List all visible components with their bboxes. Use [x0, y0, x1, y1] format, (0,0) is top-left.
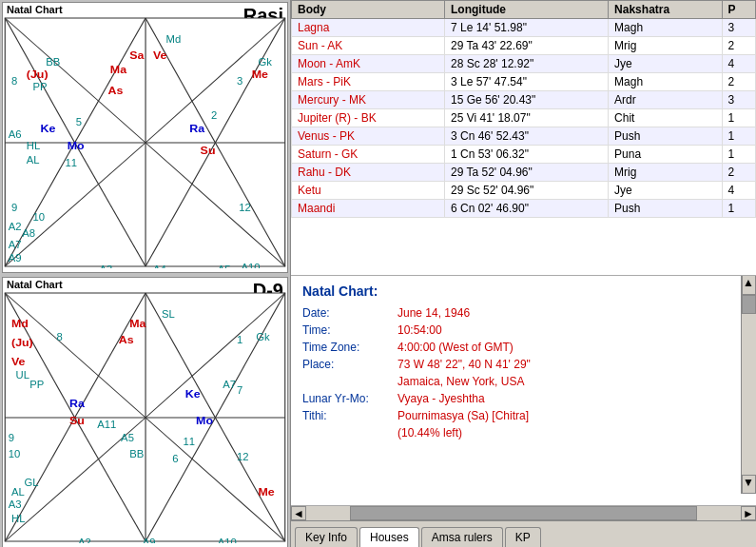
svg-text:Su: Su	[69, 415, 85, 426]
svg-text:Su: Su	[201, 145, 216, 156]
svg-text:Ke: Ke	[185, 388, 201, 400]
hscroll-thumb[interactable]	[350, 506, 698, 520]
tab-houses[interactable]: Houses	[359, 527, 419, 547]
chart2-svg: Ma SL 8 Md (Ju) Ve As Gk 1 Ra Su UL PP 9…	[3, 291, 287, 543]
scroll-left-btn[interactable]: ◄	[291, 506, 306, 520]
svg-text:BB: BB	[129, 449, 144, 459]
svg-text:3: 3	[237, 76, 242, 87]
tab-key-info[interactable]: Key Info	[295, 527, 358, 547]
svg-text:Ma: Ma	[110, 64, 127, 75]
svg-text:A10: A10	[241, 263, 260, 268]
cell-p: 4	[722, 182, 755, 200]
svg-text:Sa: Sa	[129, 49, 145, 61]
svg-text:12: 12	[239, 203, 251, 213]
svg-text:SL: SL	[162, 309, 175, 320]
col-body: Body	[292, 1, 445, 19]
svg-text:8: 8	[56, 332, 62, 342]
cell-longitude: 29 Sc 52' 04.96"	[445, 182, 609, 200]
svg-text:10: 10	[33, 212, 46, 223]
cell-body: Ketu	[292, 182, 445, 200]
cell-body: Lagna	[292, 19, 445, 37]
svg-text:2: 2	[211, 110, 217, 121]
cell-body: Maandi	[292, 200, 445, 218]
cell-p: 3	[722, 19, 755, 37]
svg-text:12: 12	[237, 452, 249, 462]
svg-text:Ke: Ke	[40, 123, 55, 134]
svg-text:A2: A2	[78, 537, 91, 543]
cell-body: Mercury - MK	[292, 91, 445, 109]
hscroll-track[interactable]	[306, 506, 741, 520]
vertical-scrollbar[interactable]: ▲ ▼	[741, 276, 756, 494]
table-row: Jupiter (R) - BK 25 Vi 41' 18.07" Chit 1	[292, 109, 756, 127]
chart2-grid: Ma SL 8 Md (Ju) Ve As Gk 1 Ra Su UL PP 9…	[3, 291, 287, 543]
planet-table: Body Longitude Nakshatra P Lagna 7 Le 14…	[291, 0, 756, 218]
svg-text:1: 1	[237, 335, 242, 345]
svg-text:Gk: Gk	[256, 332, 270, 342]
svg-text:Ve: Ve	[11, 356, 26, 367]
info-value: 10:54:00	[397, 323, 735, 337]
svg-text:AL: AL	[27, 155, 40, 166]
tab-kp[interactable]: KP	[505, 527, 541, 547]
info-row: Lunar Yr-Mo: Vyaya - Jyeshtha	[302, 392, 735, 405]
cell-nakshatra: Push	[609, 127, 723, 146]
info-value: Pournimasya (Sa) [Chitra]	[397, 409, 735, 422]
svg-text:A9: A9	[143, 537, 156, 543]
svg-text:A11: A11	[97, 420, 116, 430]
chart1-title: Natal Chart	[3, 2, 67, 17]
cell-body: Moon - AmK	[292, 55, 445, 73]
planet-table-area[interactable]: Body Longitude Nakshatra P Lagna 7 Le 14…	[291, 0, 756, 276]
cell-nakshatra: Mrig	[609, 37, 723, 55]
cell-longitude: 1 Cn 53' 06.32"	[445, 146, 609, 164]
info-label: Place:	[302, 358, 397, 371]
table-row: Mercury - MK 15 Ge 56' 20.43" Ardr 3	[292, 91, 756, 109]
cell-p: 1	[722, 109, 755, 127]
svg-text:A6: A6	[9, 129, 22, 140]
svg-text:Ra: Ra	[189, 123, 204, 134]
svg-text:A10: A10	[218, 537, 237, 543]
col-nakshatra: Nakshatra	[609, 1, 723, 19]
cell-longitude: 7 Le 14' 51.98"	[445, 19, 609, 37]
svg-text:9: 9	[11, 203, 17, 213]
table-row: Lagna 7 Le 14' 51.98" Magh 3	[292, 19, 756, 37]
scroll-right-btn[interactable]: ►	[741, 506, 756, 520]
cell-longitude: 3 Cn 46' 52.43"	[445, 127, 609, 146]
info-row: Time Zone: 4:00:00 (West of GMT)	[302, 341, 735, 354]
scroll-up-btn[interactable]: ▲	[742, 276, 756, 295]
svg-text:(Ju): (Ju)	[11, 337, 33, 348]
cell-p: 4	[722, 55, 755, 73]
table-row: Ketu 29 Sc 52' 04.96" Jye 4	[292, 182, 756, 200]
svg-text:UL: UL	[16, 370, 29, 381]
svg-text:A3: A3	[100, 264, 113, 268]
cell-nakshatra: Jye	[609, 55, 723, 73]
table-row: Moon - AmK 28 Sc 28' 12.92" Jye 4	[292, 55, 756, 73]
svg-text:Ma: Ma	[129, 318, 146, 329]
col-p: P	[722, 1, 755, 19]
bottom-tabs: Key Info Houses Amsa rulers KP	[291, 520, 756, 547]
svg-text:As: As	[108, 85, 124, 96]
svg-text:Ve: Ve	[153, 49, 167, 61]
horizontal-scrollbar[interactable]: ◄ ►	[291, 505, 756, 520]
svg-text:A5: A5	[218, 264, 231, 268]
table-row: Rahu - DK 29 Ta 52' 04.96" Mrig 2	[292, 164, 756, 182]
info-label: Lunar Yr-Mo:	[302, 392, 397, 405]
svg-text:8: 8	[11, 76, 17, 87]
scroll-thumb[interactable]	[742, 295, 756, 314]
cell-p: 1	[722, 200, 755, 218]
svg-text:Gk: Gk	[259, 57, 273, 68]
svg-text:Me: Me	[259, 486, 276, 498]
table-row: Venus - PK 3 Cn 46' 52.43" Push 1	[292, 127, 756, 146]
info-label: Tithi:	[302, 409, 397, 422]
scroll-down-btn[interactable]: ▼	[742, 475, 756, 494]
cell-body: Venus - PK	[292, 127, 445, 146]
right-panel: Body Longitude Nakshatra P Lagna 7 Le 14…	[290, 0, 756, 547]
svg-text:AL: AL	[11, 487, 25, 498]
cell-nakshatra: Puna	[609, 146, 723, 164]
svg-text:As: As	[119, 334, 134, 345]
info-fields: Date: June 14, 1946 Time: 10:54:00 Time …	[302, 306, 735, 440]
cell-nakshatra: Magh	[609, 19, 723, 37]
tab-amsa-rulers[interactable]: Amsa rulers	[421, 527, 503, 547]
natal-chart-title: Natal Chart:	[302, 283, 735, 299]
svg-text:Me: Me	[252, 68, 269, 80]
cell-nakshatra: Ardr	[609, 91, 723, 109]
cell-longitude: 28 Sc 28' 12.92"	[445, 55, 609, 73]
